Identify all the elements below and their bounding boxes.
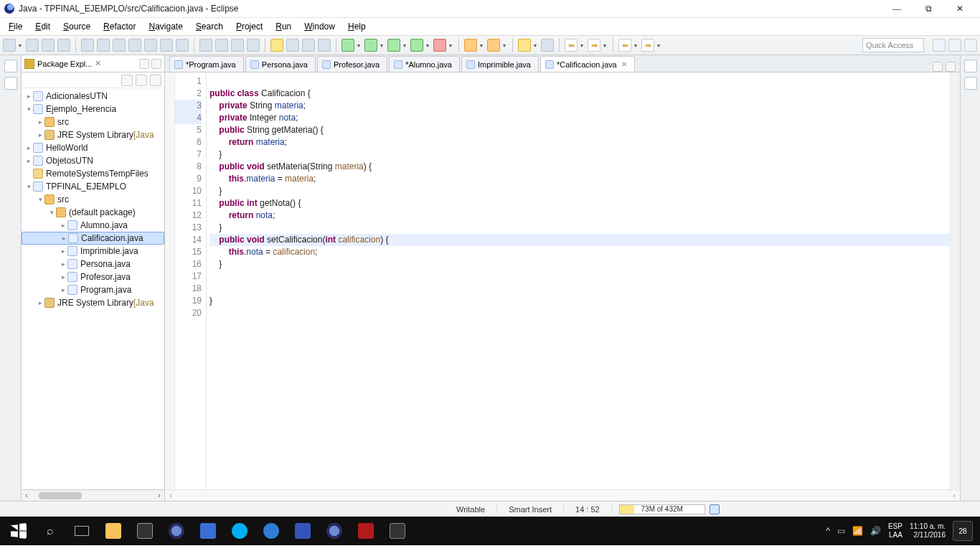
taskbar-edge[interactable] [255, 517, 287, 545]
tree-node[interactable]: ▸src [22, 116, 164, 128]
tool-button[interactable] [199, 39, 212, 52]
tool-button[interactable] [247, 39, 260, 52]
debug-resume-button[interactable] [81, 39, 94, 52]
tree-node[interactable]: ▾Ejemplo_Herencia [22, 103, 164, 116]
taskbar-app[interactable] [192, 517, 224, 545]
tray-language-2[interactable]: LAA [889, 531, 903, 540]
taskbar-eclipse[interactable] [161, 517, 192, 545]
step-return-button[interactable] [176, 39, 189, 52]
editor-tab[interactable]: Profesor.java [317, 56, 387, 72]
taskbar-file-explorer[interactable] [98, 517, 129, 545]
menu-navigate[interactable]: Navigate [143, 20, 188, 33]
tool-button[interactable] [286, 39, 299, 52]
print-button[interactable] [57, 39, 70, 52]
debug-stop-button[interactable] [113, 39, 126, 52]
forward-button[interactable]: ➡ [588, 39, 600, 52]
search-button[interactable] [518, 39, 531, 52]
menu-source[interactable]: Source [57, 20, 96, 33]
tool-button[interactable] [215, 39, 228, 52]
taskbar-dev[interactable] [287, 517, 319, 545]
editor-tab[interactable]: Persona.java [245, 56, 316, 72]
external-tools-button[interactable] [433, 39, 446, 52]
cortana-search-button[interactable]: ⌕ [34, 517, 66, 545]
menu-search[interactable]: Search [190, 20, 229, 33]
start-button[interactable] [3, 517, 34, 545]
taskbar-eclipse-2[interactable] [319, 517, 350, 545]
run-last-button[interactable] [410, 39, 423, 52]
tree-node[interactable]: ▾(default package) [22, 206, 164, 219]
menu-run[interactable]: Run [270, 20, 297, 33]
view-maximize-button[interactable] [151, 59, 161, 69]
debug-disconnect-button[interactable] [128, 39, 141, 52]
open-perspective-button[interactable] [933, 39, 946, 52]
tray-chevron-up-icon[interactable]: ^ [826, 526, 830, 536]
line-number-gutter[interactable]: 1234567891011121314151617181920 [175, 72, 207, 489]
tree-node[interactable]: ▸JRE System Library [Java [22, 128, 164, 141]
menu-help[interactable]: Help [342, 20, 372, 33]
debug-pause-button[interactable] [97, 39, 110, 52]
run-button[interactable] [364, 39, 377, 52]
tray-language-1[interactable]: ESP [888, 522, 903, 531]
tree-node[interactable]: ▸Alumno.java [22, 219, 164, 232]
action-center-button[interactable]: 28 [953, 521, 973, 541]
save-all-button[interactable] [42, 39, 55, 52]
task-view-button[interactable] [66, 517, 98, 545]
maximize-button[interactable]: ⧉ [913, 0, 944, 18]
menu-project[interactable]: Project [230, 20, 268, 33]
java-perspective-button[interactable] [948, 39, 961, 52]
tray-volume-icon[interactable]: 🔊 [870, 526, 881, 536]
back-history-button[interactable]: ⬅ [618, 39, 631, 52]
menu-edit[interactable]: Edit [29, 20, 56, 33]
step-into-button[interactable] [144, 39, 157, 52]
debug-perspective-button[interactable] [964, 39, 977, 52]
coverage-button[interactable] [387, 39, 400, 52]
taskbar-photos[interactable] [382, 517, 413, 545]
minimized-view-button[interactable] [4, 77, 17, 90]
highlight-button[interactable] [270, 39, 283, 52]
link-editor-button[interactable] [136, 75, 147, 86]
explorer-horizontal-scrollbar[interactable]: ‹› [22, 489, 164, 501]
tool-button[interactable] [302, 39, 315, 52]
close-button[interactable]: ✕ [944, 0, 976, 18]
view-menu-button[interactable] [150, 75, 161, 86]
tree-node[interactable]: ▸HelloWorld [22, 141, 164, 154]
tree-node[interactable]: ▸Program.java [22, 283, 164, 296]
editor-maximize-button[interactable] [946, 62, 956, 72]
tree-node[interactable]: ▸Persona.java [22, 258, 164, 270]
tree-node[interactable]: ▸JRE System Library [Java [22, 296, 164, 309]
collapse-all-button[interactable] [121, 75, 133, 86]
run-gc-button[interactable] [710, 504, 720, 514]
heap-status-bar[interactable]: 73M of 432M [619, 504, 705, 514]
debug-button[interactable] [341, 39, 354, 52]
back-button[interactable]: ⬅ [565, 39, 578, 52]
tool-button[interactable] [541, 39, 554, 52]
new-class-button[interactable] [487, 39, 500, 52]
tree-node[interactable]: ▸Profesor.java [22, 270, 164, 283]
overview-ruler[interactable] [950, 72, 960, 489]
tool-button[interactable] [231, 39, 244, 52]
tree-node[interactable]: ▾TPFINAL_EJEMPLO [22, 180, 164, 193]
menu-window[interactable]: Window [298, 20, 341, 33]
save-button[interactable] [26, 39, 39, 52]
tray-battery-icon[interactable]: ▭ [837, 526, 845, 536]
tray-clock[interactable]: 11:10 a. m. 2/11/2016 [910, 522, 946, 540]
tree-node[interactable]: ▸Imprimible.java [22, 245, 164, 258]
editor-tab[interactable]: Imprimible.java [461, 56, 539, 72]
taskbar-skype[interactable] [224, 517, 255, 545]
view-minimize-button[interactable] [139, 59, 149, 69]
taskbar-store[interactable] [129, 517, 161, 545]
taskbar-acrobat[interactable] [350, 517, 382, 545]
tree-node[interactable]: ▸ObjetosUTN [22, 154, 164, 167]
tree-node[interactable]: ▸Calificacion.java [22, 232, 164, 245]
editor-horizontal-scrollbar[interactable]: ‹› [165, 489, 960, 501]
tree-node[interactable]: RemoteSystemsTempFiles [22, 167, 164, 180]
minimized-view-button[interactable] [4, 60, 17, 72]
editor-tab[interactable]: *Program.java [169, 56, 244, 72]
minimized-view-button[interactable] [964, 77, 977, 90]
tray-wifi-icon[interactable]: 📶 [852, 526, 863, 536]
minimized-view-button[interactable] [964, 60, 977, 72]
menu-file[interactable]: File [3, 20, 28, 33]
step-over-button[interactable] [160, 39, 173, 52]
tree-node[interactable]: ▾src [22, 193, 164, 206]
menu-refactor[interactable]: Refactor [98, 20, 141, 33]
